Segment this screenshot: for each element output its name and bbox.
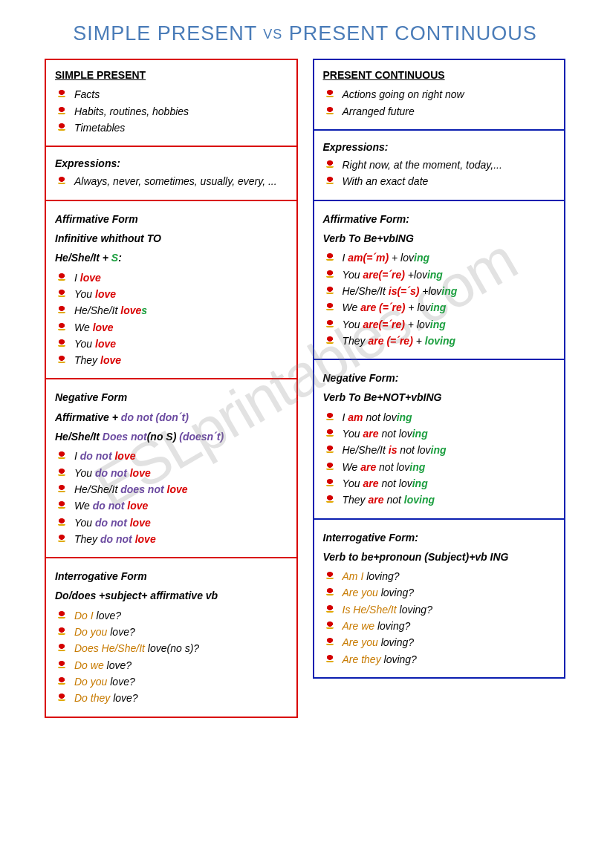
simple-int-rule: Do/does +subject+ affirmative vb bbox=[55, 588, 288, 603]
list-item: He/She/It loves bbox=[71, 303, 288, 318]
simple-uses-box: SIMPLE PRESENT FactsHabits, routines, ho… bbox=[45, 59, 298, 147]
list-item: Are you loving? bbox=[340, 635, 556, 650]
list-item: Facts bbox=[71, 87, 288, 102]
list-item: We are not loving bbox=[340, 460, 556, 474]
simple-neg-rule2: He/She/It Does not(no S) (doesn´t) bbox=[55, 429, 288, 444]
simple-neg-rule1: Affirmative + do not (don´t) bbox=[55, 410, 288, 425]
list-item: You do not love bbox=[71, 466, 288, 480]
simple-uses-list: FactsHabits, routines, hobbiesTimetables bbox=[55, 87, 288, 135]
list-item: Actions going on right now bbox=[340, 87, 556, 102]
cont-int-rule: Verb to be+pronoun (Subject)+vb ING bbox=[323, 549, 556, 564]
title-right: PRESENT CONTINUOUS bbox=[289, 22, 537, 45]
neg-rule2-mid: (no S) bbox=[147, 431, 180, 443]
simple-int-title: Interrogative Form bbox=[55, 569, 288, 584]
list-item: I do not love bbox=[71, 448, 288, 463]
list-item: Am I loving? bbox=[340, 569, 556, 584]
list-item: They love bbox=[71, 353, 288, 368]
list-item: Arranged future bbox=[340, 104, 556, 119]
cont-neg-list: I am not lovingYou are not lovingHe/She/… bbox=[323, 410, 556, 508]
simple-header: SIMPLE PRESENT bbox=[55, 68, 288, 82]
simple-expressions-box: Expressions: Always, never, sometimes, u… bbox=[45, 147, 298, 201]
simple-expr-label: Expressions: bbox=[55, 156, 288, 171]
list-item: You do not love bbox=[71, 515, 288, 530]
cont-int-list: Am I loving?Are you loving?Is He/She/It … bbox=[323, 569, 556, 667]
cont-affirmative-box: Affirmative Form: Verb To Be+vbING I am(… bbox=[313, 201, 566, 360]
cont-expr-label: Expressions: bbox=[323, 140, 556, 154]
rule2-pre: He/She/It + bbox=[55, 252, 111, 264]
cont-aff-rule: Verb To Be+vbING bbox=[323, 231, 556, 246]
simple-present-column: SIMPLE PRESENT FactsHabits, routines, ho… bbox=[45, 59, 298, 718]
list-item: He/She/It is(=´s) +loving bbox=[340, 284, 556, 298]
cont-negative-box: Negative Form: Verb To Be+NOT+vbING I am… bbox=[313, 360, 566, 519]
worksheet-page: ESLprintables.com SIMPLE PRESENT VS PRES… bbox=[0, 0, 610, 748]
simple-aff-rule1: Infinitive whithout TO bbox=[55, 231, 288, 246]
title-vs: VS bbox=[263, 27, 282, 42]
list-item: I am(=´m) + loving bbox=[340, 250, 556, 265]
list-item: Are you loving? bbox=[340, 585, 556, 600]
list-item: We love bbox=[71, 320, 288, 335]
simple-neg-title: Negative Form bbox=[55, 390, 288, 405]
list-item: They are not loving bbox=[340, 492, 556, 507]
neg-rule2-pre: He/She/It bbox=[55, 431, 103, 443]
list-item: You are(=´re) + loving bbox=[340, 317, 556, 332]
page-title: SIMPLE PRESENT VS PRESENT CONTINUOUS bbox=[45, 22, 565, 45]
cont-expressions-box: Expressions: Right now, at the moment, t… bbox=[313, 131, 566, 201]
list-item: He/She/It is not loving bbox=[340, 443, 556, 457]
simple-aff-rule2: He/She/It + S: bbox=[55, 250, 288, 265]
simple-aff-list: I loveYou loveHe/She/It lovesWe loveYou … bbox=[55, 270, 288, 368]
list-item: We do not love bbox=[71, 498, 288, 513]
simple-negative-box: Negative Form Affirmative + do not (don´… bbox=[45, 379, 298, 558]
cont-aff-list: I am(=´m) + lovingYou are(=´re) +lovingH… bbox=[323, 250, 556, 348]
list-item: Do we love? bbox=[71, 658, 288, 673]
list-item: Timetables bbox=[71, 120, 288, 135]
rule2-s: S bbox=[111, 252, 118, 264]
rule2-post: : bbox=[118, 252, 122, 264]
list-item: You are not loving bbox=[340, 426, 556, 441]
list-item: Do you love? bbox=[71, 624, 288, 639]
list-item: Right now, at the moment, today,... bbox=[340, 157, 556, 172]
list-item: Do you love? bbox=[71, 674, 288, 689]
cont-neg-rule: Verb To Be+NOT+vbING bbox=[323, 390, 556, 405]
list-item: We are (=´re) + loving bbox=[340, 300, 556, 315]
list-item: You love bbox=[71, 336, 288, 351]
list-item: Are we loving? bbox=[340, 619, 556, 633]
cont-aff-title: Affirmative Form: bbox=[323, 212, 556, 226]
list-item: They are (=´re) + loving bbox=[340, 333, 556, 348]
simple-int-list: Do I love?Do you love?Does He/She/It lov… bbox=[55, 608, 288, 706]
present-continuous-column: PRESENT CONTINUOUS Actions going on righ… bbox=[313, 59, 566, 718]
list-item: Is He/She/It loving? bbox=[340, 602, 556, 617]
list-item: Habits, routines, hobbies bbox=[71, 104, 288, 119]
neg-rule2-aux: Does not bbox=[103, 431, 147, 443]
cont-expr-list: Right now, at the moment, today,...With … bbox=[323, 157, 556, 189]
neg-rule1-aux: do not (don´t) bbox=[121, 411, 189, 423]
neg-rule1-pre: Affirmative + bbox=[55, 411, 121, 423]
list-item: I love bbox=[71, 270, 288, 285]
cont-uses-box: PRESENT CONTINUOUS Actions going on righ… bbox=[313, 59, 566, 131]
cont-header: PRESENT CONTINUOUS bbox=[323, 68, 556, 82]
list-item: Does He/She/It love(no s)? bbox=[71, 641, 288, 656]
simple-affirmative-box: Affirmative Form Infinitive whithout TO … bbox=[45, 201, 298, 380]
list-item: He/She/It does not love bbox=[71, 482, 288, 497]
list-item: With an exact date bbox=[340, 174, 556, 189]
cont-uses-list: Actions going on right nowArranged futur… bbox=[323, 87, 556, 119]
list-item: You are not loving bbox=[340, 476, 556, 491]
simple-interrogative-box: Interrogative Form Do/does +subject+ aff… bbox=[45, 558, 298, 717]
cont-int-title: Interrogative Form: bbox=[323, 530, 556, 545]
list-item: You are(=´re) +loving bbox=[340, 267, 556, 282]
cont-neg-title: Negative Form: bbox=[323, 371, 556, 385]
columns: SIMPLE PRESENT FactsHabits, routines, ho… bbox=[45, 59, 565, 718]
list-item: You love bbox=[71, 287, 288, 301]
cont-interrogative-box: Interrogative Form: Verb to be+pronoun (… bbox=[313, 520, 566, 679]
simple-expr-list: Always, never, sometimes, usually, every… bbox=[55, 174, 288, 189]
simple-aff-title: Affirmative Form bbox=[55, 212, 288, 226]
title-left: SIMPLE PRESENT bbox=[73, 22, 257, 45]
list-item: I am not loving bbox=[340, 410, 556, 425]
list-item: Do they love? bbox=[71, 691, 288, 705]
neg-rule2-aux2: (doesn´t) bbox=[179, 431, 224, 443]
list-item: Are they loving? bbox=[340, 652, 556, 667]
list-item: They do not love bbox=[71, 532, 288, 546]
list-item: Do I love? bbox=[71, 608, 288, 623]
list-item: Always, never, sometimes, usually, every… bbox=[71, 174, 288, 189]
simple-neg-list: I do not loveYou do not loveHe/She/It do… bbox=[55, 448, 288, 546]
